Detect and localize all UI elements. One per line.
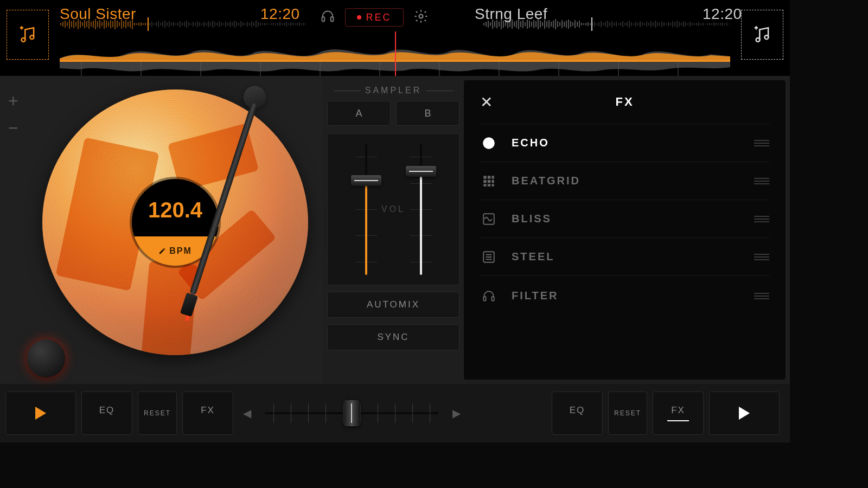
top-bar: Soul Sister 12:20 Strng Leef 12:20 REC (0, 0, 790, 76)
deck-b-overview-waveform[interactable] (483, 17, 732, 31)
library-button-b[interactable] (741, 10, 783, 60)
eq-button-b[interactable]: EQ (552, 391, 603, 435)
svg-point-0 (22, 38, 25, 42)
headphones-icon (320, 9, 335, 24)
svg-rect-267 (492, 297, 494, 301)
automix-button[interactable]: AUTOMIX (327, 292, 459, 318)
svg-rect-252 (483, 176, 486, 178)
svg-rect-121 (148, 17, 149, 31)
fx-row-filter[interactable]: FILTER (480, 275, 769, 316)
fx-name: BLISS (512, 213, 754, 225)
fx-name: BEATGRID (512, 175, 754, 187)
fx-name: ECHO (512, 137, 754, 149)
mixer: SAMPLER A B VOL AUTOMIX SYNC (323, 76, 464, 384)
crossfader[interactable] (265, 397, 438, 429)
bottom-bar: EQ RESET FX ◀ ▶ EQ RESET FX (0, 384, 790, 442)
fx-button-b[interactable]: FX (653, 391, 704, 435)
add-music-icon (17, 24, 38, 45)
volume-fader-a[interactable] (350, 144, 382, 275)
turntable-a[interactable]: 120.4 BPM (42, 89, 308, 355)
fx-button-a[interactable]: FX (182, 391, 233, 435)
svg-rect-236 (591, 17, 592, 31)
drag-handle-icon[interactable] (754, 291, 769, 301)
play-icon (738, 406, 751, 421)
bpm-value: 120.4 (148, 179, 202, 222)
spindle-knob[interactable] (27, 339, 65, 377)
volume-label: VOL (381, 204, 405, 214)
deck-a-overview-waveform[interactable] (60, 17, 309, 31)
svg-rect-255 (483, 179, 486, 182)
gear-icon (413, 9, 429, 24)
drag-handle-icon[interactable] (754, 214, 769, 224)
fx-close-button[interactable]: ✕ (480, 93, 497, 111)
fx-row-steel[interactable]: STEEL (480, 237, 769, 275)
pitch-up-button[interactable]: + (8, 92, 18, 110)
fx-name: FILTER (512, 290, 754, 302)
playhead-icon (395, 31, 396, 76)
sync-button[interactable]: SYNC (327, 324, 459, 350)
svg-rect-4 (322, 17, 325, 21)
fx-row-bliss[interactable]: BLISS (480, 200, 769, 237)
volume-fader-b[interactable] (405, 144, 437, 275)
play-button-b[interactable] (709, 391, 780, 435)
svg-point-3 (764, 35, 768, 39)
nudge-right-button[interactable]: ▶ (448, 407, 464, 420)
spiral-icon (480, 134, 497, 152)
wave-icon (480, 210, 497, 228)
headphones-button[interactable] (320, 9, 335, 26)
record-button[interactable]: REC (345, 8, 404, 27)
eq-button-a[interactable]: EQ (81, 391, 132, 435)
drag-handle-icon[interactable] (754, 176, 769, 186)
grid-icon (480, 172, 497, 190)
svg-rect-266 (483, 297, 486, 301)
svg-point-6 (419, 15, 423, 18)
reset-button-a[interactable]: RESET (138, 391, 177, 435)
pencil-icon (158, 247, 166, 255)
fx-name: STEEL (512, 251, 754, 263)
svg-rect-258 (483, 184, 486, 186)
headphones-icon (480, 287, 497, 305)
svg-rect-254 (492, 176, 494, 178)
sampler-b-button[interactable]: B (396, 101, 459, 126)
play-button-a[interactable] (5, 391, 76, 435)
reset-button-b[interactable]: RESET (608, 391, 647, 435)
drag-handle-icon[interactable] (754, 252, 769, 262)
library-button-a[interactable] (7, 10, 49, 60)
svg-rect-253 (488, 176, 490, 178)
svg-point-1 (30, 35, 34, 39)
play-icon (34, 406, 47, 421)
fx-panel: ✕ FX ECHOBEATGRIDBLISSSTEELFILTER (464, 80, 786, 380)
svg-rect-259 (488, 184, 490, 186)
volume-faders: VOL (327, 133, 459, 285)
svg-rect-260 (492, 184, 494, 186)
deck-a: + − 120.4 BPM (0, 76, 323, 384)
svg-point-251 (488, 142, 490, 144)
fx-row-echo[interactable]: ECHO (480, 124, 769, 162)
svg-rect-5 (331, 17, 334, 21)
main-waveform[interactable] (60, 31, 730, 76)
settings-button[interactable] (413, 9, 429, 26)
svg-rect-257 (492, 179, 494, 182)
svg-point-2 (756, 38, 760, 42)
sampler-label: SAMPLER (327, 86, 459, 95)
bpm-label: BPM (169, 246, 192, 256)
add-music-icon (752, 24, 773, 45)
svg-rect-256 (488, 179, 490, 182)
drag-handle-icon[interactable] (754, 138, 769, 148)
pitch-down-button[interactable]: − (8, 119, 18, 137)
record-label: REC (366, 12, 391, 23)
record-dot-icon (357, 15, 361, 20)
nudge-left-button[interactable]: ◀ (239, 407, 255, 420)
fx-row-beatgrid[interactable]: BEATGRID (480, 162, 769, 200)
lines-icon (480, 248, 497, 266)
fx-panel-title: FX (497, 95, 752, 109)
sampler-a-button[interactable]: A (327, 101, 391, 126)
